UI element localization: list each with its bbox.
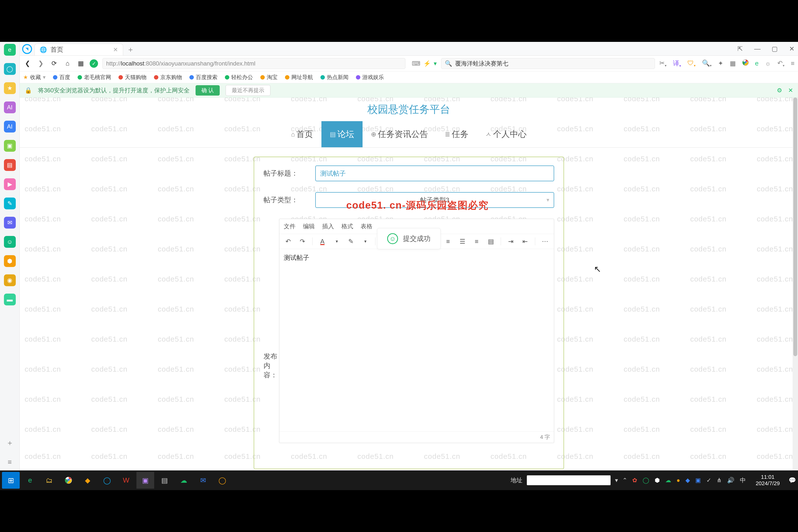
close-notice-icon[interactable]: ✕ [788,87,793,94]
sidebar-ai-icon[interactable]: AI [4,101,16,113]
scrollbar-thumb[interactable] [793,97,797,356]
taskbar-app-sublime[interactable]: ◆ [79,472,97,489]
bookmark-favorites[interactable]: ★ 收藏 ▾ [23,74,45,81]
bookmark-item[interactable]: 轻松办公 [225,74,253,81]
search-input[interactable]: 🔍 覆海洋蛙泳决赛第七 [441,58,655,69]
page-content[interactable]: 校园悬赏任务平台 ⌂首页 ▤论坛 ⊕任务资讯公告 ≣任务 ㅅ个人中心 帖子标题： [20,97,798,471]
scrollbar[interactable] [793,97,798,471]
reload-button[interactable]: ⟳ [50,60,59,67]
highlight-icon[interactable]: ✎ [345,236,356,246]
redo-icon[interactable]: ↷ [297,236,308,246]
scissors-icon[interactable]: ✂▾ [659,59,666,68]
bookmark-item[interactable]: 热点新闻 [320,74,348,81]
taskbar-app-wechat[interactable]: ☁ [175,472,193,489]
menu-file[interactable]: 文件 [284,223,296,230]
restore-icon[interactable]: ↶▾ [777,59,784,68]
taskbar-addr-input[interactable] [527,475,611,485]
extensions-icon[interactable]: ✦ [718,60,723,67]
dismiss-button[interactable]: 最近不再提示 [226,85,270,96]
nav-forum[interactable]: ▤论坛 [321,121,363,147]
menu-edit[interactable]: 编辑 [303,223,315,230]
back-button[interactable]: ❮ [23,60,32,67]
nav-task[interactable]: ≣任务 [436,121,477,147]
sidebar-msg-icon[interactable]: ☺ [4,236,16,248]
highlight-caret-icon[interactable]: ▾ [360,236,371,246]
taskbar-app-360[interactable]: e [21,472,39,489]
menu-insert[interactable]: 插入 [322,223,334,230]
chrome-icon[interactable] [742,59,749,68]
tray-icon[interactable]: ◯ [643,477,649,484]
sidebar-note-icon[interactable]: ✎ [4,197,16,209]
ssl-lock-icon[interactable]: ✓ [90,59,98,68]
confirm-button[interactable]: 确 认 [195,85,220,96]
nav-announce[interactable]: ⊕任务资讯公告 [363,121,436,147]
dropdown-caret-icon[interactable]: ▾ [434,60,437,67]
nav-home[interactable]: ⌂首页 [283,121,322,147]
gear-icon[interactable]: ⚙ [777,87,782,94]
taskbar-dropdown-icon[interactable]: ▾ [615,477,618,484]
sidebar-pdf-icon[interactable]: ▤ [4,159,16,171]
bookmark-item[interactable]: 天猫购物 [118,74,147,81]
translate-icon[interactable]: 译▾ [673,59,681,68]
bookmark-item[interactable]: 百度搜索 [189,74,217,81]
editor-body[interactable]: 测试帖子 [279,249,554,431]
taskbar-app-mail[interactable]: ✉ [194,472,212,489]
appstore-button[interactable]: ▦ [76,60,85,67]
start-button[interactable]: ⊞ [2,472,20,489]
window-close-icon[interactable]: ✕ [788,45,796,53]
taskbar-clock[interactable]: 11:01 2024/7/29 [756,474,780,487]
taskbar-app-terminal[interactable]: ▤ [156,472,173,489]
tray-notifications-icon[interactable]: 💬 [788,477,796,484]
tray-icon[interactable]: ☁ [665,477,671,484]
main-menu-icon[interactable]: ≡ [791,60,795,67]
sidebar-square-icon[interactable]: ▣ [4,140,16,152]
sidebar-weibo-icon[interactable]: ◉ [4,274,16,286]
url-input[interactable]: http:// localhost :8080 /xiaoyuanxuansha… [102,58,405,69]
nav-profile[interactable]: ㅅ个人中心 [477,121,535,147]
outdent-icon[interactable]: ⇤ [520,236,531,246]
bookmark-item[interactable]: 网址导航 [285,74,313,81]
taskbar-app-explorer[interactable]: 🗂 [40,472,58,489]
theme-icon[interactable]: ☼ [765,60,771,67]
tray-icon[interactable]: ✿ [632,477,637,484]
sidebar-game-icon[interactable]: ⬢ [4,255,16,267]
window-maximize-icon[interactable]: ▢ [771,45,778,53]
menu-table[interactable]: 表格 [361,223,373,230]
indent-icon[interactable]: ⇥ [506,236,516,246]
tray-overflow-icon[interactable]: ⌃ [622,477,627,484]
align-center-icon[interactable]: ☰ [457,236,468,246]
tab-active[interactable]: 🌐 首页 ✕ [35,43,123,55]
tray-icon[interactable]: ▣ [695,477,701,484]
undo-icon[interactable]: ↶ [283,236,293,246]
sidebar-play-icon[interactable]: ▶ [4,178,16,190]
bookmark-item[interactable]: 游戏娱乐 [356,74,384,81]
text-color-icon[interactable]: A [317,236,328,246]
shield-icon[interactable]: 🛡▾ [687,59,696,68]
more-icon[interactable]: ⋯ [540,236,550,246]
window-pin-icon[interactable]: ⇱ [737,45,744,53]
window-minimize-icon[interactable]: — [754,45,761,53]
sidebar-star-icon[interactable]: ★ [4,82,16,94]
bookmark-item[interactable]: 百度 [53,74,70,81]
type-select[interactable]: 帖子类型3 ▾ [315,192,554,208]
tab-close-icon[interactable]: ✕ [113,46,118,53]
taskbar-app-chrome[interactable] [60,472,77,489]
keyboard-icon[interactable]: ⌨ [412,60,420,67]
bookmark-item[interactable]: 京东购物 [154,74,182,81]
sidebar-add-icon[interactable]: ＋ [4,437,16,449]
forward-button[interactable]: ❯ [36,60,45,67]
taskbar-app-wps[interactable]: W [117,472,135,489]
sidebar-menu-icon[interactable]: ≡ [4,456,16,468]
menu-format[interactable]: 格式 [341,223,353,230]
tray-ime-icon[interactable]: 中 [740,476,746,484]
sidebar-chat-icon[interactable]: ✉ [4,217,16,229]
tray-icon[interactable]: ⬢ [655,477,660,484]
home-button[interactable]: ⌂ [63,60,72,67]
bookmark-item[interactable]: 老毛桃官网 [78,74,111,81]
compat-mode-icon[interactable]: e [755,60,759,67]
tray-icon[interactable]: ◆ [685,477,690,484]
align-justify-icon[interactable]: ▤ [486,236,496,246]
sidebar-mail-icon[interactable]: ▬ [4,293,16,305]
sidebar-ai2-icon[interactable]: AI [4,121,16,133]
tray-volume-icon[interactable]: 🔊 [727,477,735,484]
